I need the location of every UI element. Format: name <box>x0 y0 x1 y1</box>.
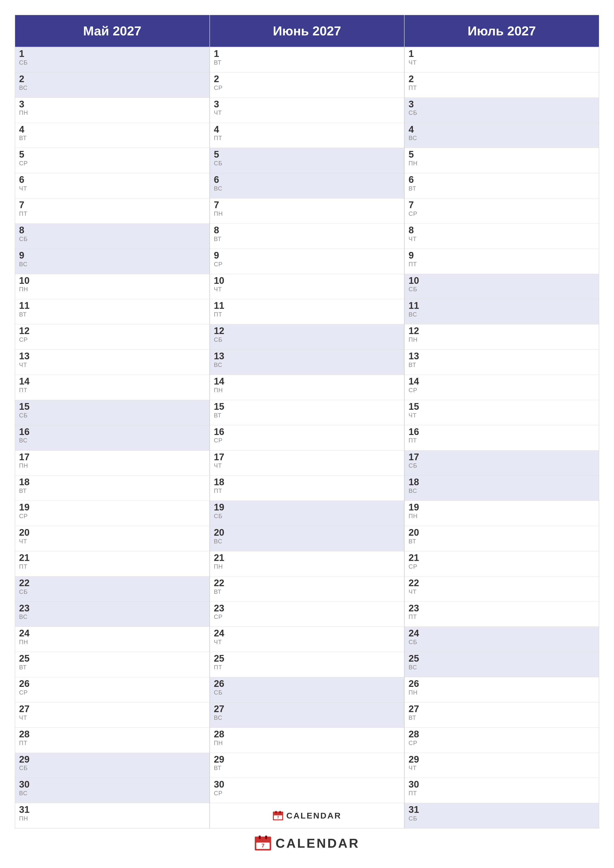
day-info: 28ПН <box>214 729 234 747</box>
day-name: ЧТ <box>19 361 39 369</box>
day-info: 22ВТ <box>214 578 234 595</box>
day-info: 9ВС <box>19 250 39 268</box>
day-name: ЧТ <box>214 639 234 646</box>
day-info: 9ПТ <box>409 250 428 268</box>
day-row: 24ЧТ <box>210 627 404 652</box>
day-number: 7 <box>214 200 234 210</box>
day-row: 24ПН <box>15 627 210 652</box>
day-name: ПН <box>214 739 234 747</box>
day-info: 20ВС <box>214 527 234 545</box>
day-info: 8СБ <box>19 225 39 243</box>
day-number: 3 <box>214 99 234 110</box>
day-number: 15 <box>19 401 39 412</box>
day-number: 4 <box>409 124 428 135</box>
day-info: 13ВТ <box>409 351 428 369</box>
day-row: 14СР <box>404 375 599 400</box>
day-number: 6 <box>214 175 234 185</box>
day-name: ПН <box>19 109 39 116</box>
day-number: 14 <box>214 377 234 387</box>
day-number: 1 <box>214 49 234 59</box>
day-name: ПТ <box>19 210 39 217</box>
day-info: 30СР <box>214 780 234 797</box>
day-name: ПТ <box>19 739 39 747</box>
day-name: ПН <box>409 689 428 696</box>
month-header-0: Май 2027 <box>15 15 210 47</box>
day-name: СБ <box>214 160 234 167</box>
day-info: 21ПН <box>214 553 234 570</box>
day-row: 30СР <box>210 778 404 803</box>
day-name: ПН <box>214 387 234 394</box>
inline-logo-text: CALENDAR <box>286 811 342 820</box>
day-info: 8ЧТ <box>409 225 428 243</box>
day-info: 15ЧТ <box>409 401 428 419</box>
day-name: ВС <box>409 664 428 671</box>
day-info: 26ПН <box>409 679 428 696</box>
day-name: ВТ <box>214 764 234 772</box>
month-header-2: Июль 2027 <box>404 15 599 47</box>
day-info: 10ПН <box>19 276 39 293</box>
day-row: 26СБ <box>210 677 404 702</box>
day-number: 8 <box>19 225 39 236</box>
day-info: 3СБ <box>409 99 428 117</box>
day-number: 30 <box>409 780 428 790</box>
day-row: 20ВС <box>210 526 404 551</box>
day-info: 8ВТ <box>214 225 234 243</box>
day-name: СР <box>214 614 234 620</box>
day-number: 22 <box>214 578 234 588</box>
day-number: 28 <box>214 729 234 739</box>
footer-row: 7 CALENDAR <box>15 828 599 858</box>
day-name: ЧТ <box>409 764 428 772</box>
day-info: 20ЧТ <box>19 527 39 545</box>
day-info: 12СБ <box>214 326 234 343</box>
day-row: 1ВТ <box>210 47 404 73</box>
day-row: 4ВТ <box>15 123 210 148</box>
svg-text:7: 7 <box>261 843 264 849</box>
day-row: 10ПН <box>15 274 210 299</box>
day-info: 11ВТ <box>19 301 39 318</box>
calendar-body: 1СБ2ВС3ПН4ВТ5СР6ЧТ7ПТ8СБ9ВС10ПН11ВТ12СР1… <box>15 47 599 828</box>
day-name: СБ <box>214 689 234 696</box>
day-number: 17 <box>19 452 39 462</box>
day-number: 28 <box>409 729 428 739</box>
day-number: 25 <box>19 654 39 664</box>
day-row: 3ЧТ <box>210 98 404 123</box>
day-row: 28ПН <box>210 728 404 753</box>
day-name: СБ <box>19 412 39 419</box>
day-row: 18ВС <box>404 476 599 501</box>
day-number: 15 <box>214 401 234 412</box>
day-name: СБ <box>214 513 234 520</box>
day-number: 18 <box>409 477 428 487</box>
day-row: 30ВС <box>15 778 210 803</box>
day-info: 18ВС <box>409 477 428 494</box>
day-name: ВС <box>409 311 428 318</box>
day-row: 11ВТ <box>15 299 210 324</box>
day-name: ЧТ <box>19 715 39 722</box>
day-name: ПТ <box>214 664 234 671</box>
day-row: 23ВС <box>15 602 210 627</box>
day-row: 4ПТ <box>210 123 404 148</box>
day-row: 16ВС <box>15 425 210 451</box>
day-number: 24 <box>19 628 39 639</box>
day-number: 8 <box>214 225 234 236</box>
day-row: 1СБ <box>15 47 210 73</box>
day-info: 16ПТ <box>409 427 428 444</box>
day-info: 26СБ <box>214 679 234 696</box>
day-info: 25ВС <box>409 654 428 671</box>
day-number: 8 <box>409 225 428 236</box>
day-number: 30 <box>214 780 234 790</box>
day-name: СР <box>19 336 39 343</box>
day-row: 31СБ <box>404 803 599 828</box>
day-info: 14СР <box>409 377 428 394</box>
day-name: ВС <box>214 185 234 192</box>
day-row: 28СР <box>404 728 599 753</box>
day-name: ПН <box>409 513 428 520</box>
day-info: 4ПТ <box>214 124 234 142</box>
day-name: ЧТ <box>19 185 39 192</box>
day-row: 9ПТ <box>404 249 599 274</box>
day-name: ЧТ <box>214 109 234 116</box>
day-number: 4 <box>19 124 39 135</box>
day-number: 25 <box>214 654 234 664</box>
day-number: 22 <box>409 578 428 588</box>
day-number: 26 <box>19 679 39 689</box>
day-row: 27ЧТ <box>15 702 210 728</box>
